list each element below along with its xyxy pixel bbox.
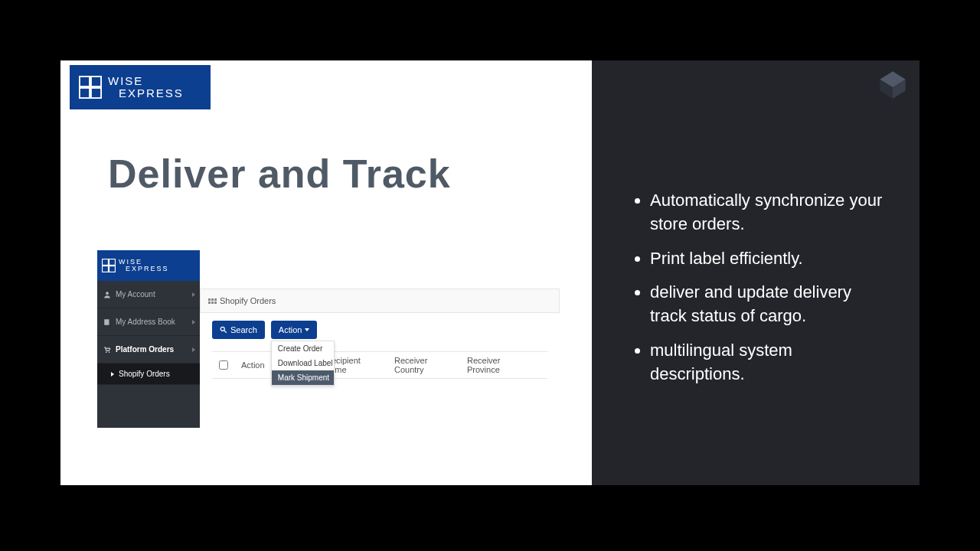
- slide-left: WISE EXPRESS Deliver and Track WISE EXPR…: [60, 60, 592, 485]
- brand-text: WISE EXPRESS: [108, 75, 184, 99]
- brand-badge: WISE EXPRESS: [70, 65, 211, 109]
- svg-point-14: [220, 327, 224, 331]
- svg-rect-11: [104, 319, 109, 325]
- svg-rect-2: [92, 77, 100, 86]
- sidebar-item-account[interactable]: My Account: [97, 281, 200, 308]
- caret-down-icon: [305, 328, 309, 331]
- menu-item-download-label[interactable]: Download Label: [272, 356, 334, 370]
- col-receiver-province: Receiver Province: [461, 356, 537, 374]
- chevron-right-icon: [192, 347, 195, 352]
- feature-item: multilingual system descriptions.: [650, 339, 889, 386]
- svg-line-15: [224, 331, 227, 333]
- slide-title: Deliver and Track: [108, 151, 451, 197]
- book-icon: [103, 318, 111, 326]
- col-receiver-country: Receiver Country: [388, 356, 461, 374]
- brand-line2: EXPRESS: [108, 87, 184, 99]
- chevron-right-icon: [192, 320, 195, 324]
- grid-icon: [208, 298, 217, 304]
- panel-title: Shopify Orders: [220, 296, 276, 305]
- app-sidebar: WISE EXPRESS My Account My Address Book …: [97, 250, 200, 428]
- select-all-cell[interactable]: [212, 360, 235, 370]
- sidebar-item-platform-orders[interactable]: Platform Orders: [97, 336, 200, 364]
- svg-point-10: [106, 292, 109, 295]
- feature-list: Automatically synchronize your store ord…: [635, 189, 889, 397]
- panel-header: Shopify Orders: [200, 289, 560, 313]
- action-menu: Create Order Download Label Mark Shipmen…: [271, 341, 335, 386]
- feature-item: deliver and update delivery track status…: [650, 281, 889, 328]
- nav-label: My Account: [116, 290, 155, 298]
- app-screenshot: WISE EXPRESS My Account My Address Book …: [97, 250, 559, 428]
- brand-line2: EXPRESS: [119, 266, 169, 272]
- user-icon: [103, 291, 111, 298]
- svg-rect-3: [80, 89, 89, 97]
- button-label: Search: [230, 325, 257, 334]
- brand-logo-icon: [79, 76, 102, 99]
- corner-logo-icon: [877, 68, 909, 100]
- app-sidebar-brand: WISE EXPRESS: [97, 250, 200, 281]
- menu-item-create-order[interactable]: Create Order: [272, 341, 334, 356]
- svg-rect-9: [109, 266, 115, 272]
- feature-item: Automatically synchronize your store ord…: [650, 189, 889, 236]
- slide-right: Automatically synchronize your store ord…: [592, 60, 920, 485]
- svg-rect-7: [109, 259, 115, 265]
- nav-label: Shopify Orders: [119, 370, 170, 378]
- cart-icon: [103, 346, 111, 354]
- search-icon: [220, 326, 227, 334]
- svg-point-13: [109, 351, 110, 353]
- nav-label: My Address Book: [116, 318, 175, 326]
- sidebar-item-address[interactable]: My Address Book: [97, 308, 200, 336]
- svg-point-12: [106, 351, 107, 353]
- svg-rect-4: [92, 89, 100, 97]
- search-button[interactable]: Search: [212, 321, 265, 339]
- menu-item-mark-shipment[interactable]: Mark Shipment: [272, 370, 334, 385]
- action-button[interactable]: Action: [271, 321, 318, 339]
- select-all-checkbox[interactable]: [219, 360, 228, 370]
- svg-rect-6: [103, 259, 108, 265]
- svg-rect-8: [103, 266, 108, 272]
- brand-line1: WISE: [108, 75, 184, 87]
- chevron-right-icon: [192, 292, 195, 297]
- toolbar: Search Action Create Order Download Labe…: [200, 313, 560, 347]
- button-label: Action: [279, 325, 302, 334]
- feature-item: Print label efficiently.: [650, 247, 889, 271]
- nav-label: Platform Orders: [116, 345, 174, 354]
- app-main: Shopify Orders Search Action Create Orde…: [200, 289, 560, 379]
- brand-logo-icon: [102, 259, 116, 272]
- orders-table-header: Action Recipient name Receiver Country R…: [212, 351, 547, 379]
- action-dropdown[interactable]: Action Create Order Download Label Mark …: [271, 321, 318, 339]
- svg-rect-1: [80, 77, 89, 86]
- sidebar-subitem-shopify-orders[interactable]: Shopify Orders: [97, 364, 200, 385]
